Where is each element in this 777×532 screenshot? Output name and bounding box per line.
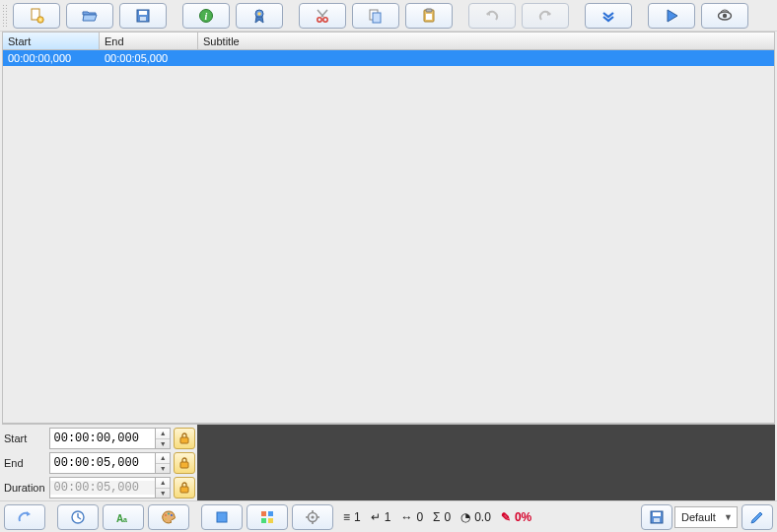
grid-header: Start End Subtitle [3,33,774,50]
start-time-input[interactable] [50,432,156,445]
sigma-icon: Σ [433,510,440,524]
duration-spinner[interactable]: ▲▼ [155,477,171,499]
column-subtitle[interactable]: Subtitle [198,33,774,49]
new-file-button[interactable] [13,3,60,29]
edit-style-button[interactable] [742,504,773,530]
end-label: End [4,457,49,469]
timing-button[interactable] [57,504,99,530]
palette-icon [161,509,177,525]
info-icon: i [198,8,214,24]
start-time-field[interactable] [49,428,157,449]
style-dropdown[interactable]: Default ▼ [674,506,738,528]
play-icon [664,8,679,24]
info-button[interactable]: i [182,3,230,29]
paste-button[interactable] [405,3,453,29]
lines-icon: ≡ [343,510,350,524]
paste-icon [421,8,437,24]
svg-point-8 [257,12,261,16]
end-time-input[interactable] [50,456,156,470]
svg-rect-40 [653,512,661,516]
timer-icon: ◔ [460,510,470,524]
table-row[interactable]: 00:00:00,000 00:00:05,000 [3,50,774,66]
ribbon-icon [251,8,267,24]
jump-button[interactable] [4,504,45,530]
lower-panel: Start ▲▼ End ▲▼ Duration ▲▼ [2,424,775,500]
duration-label: Duration [4,482,49,494]
start-spinner[interactable]: ▲▼ [155,428,171,449]
cpl-value: 1 [385,510,391,524]
colors-button[interactable] [148,504,189,530]
save-file-button[interactable] [119,3,167,29]
column-start[interactable]: Start [3,33,100,49]
end-lock-button[interactable] [174,452,195,474]
cell-end: 00:00:05,000 [100,50,198,66]
end-spinner[interactable]: ▲▼ [155,452,171,474]
svg-rect-3 [139,11,147,15]
file-new-icon [29,8,44,24]
lock-icon [178,432,190,444]
settings-button[interactable] [292,504,333,530]
bottom-bar: Aa ≡1 ↵1 ↔0 Σ0 ◔0.0 ✎0% Default ▼ [0,500,777,532]
svg-text:i: i [205,11,208,22]
chevron-down-icon: ▼ [724,512,733,522]
toolbar-grip[interactable] [2,4,8,28]
grid-button[interactable] [247,504,288,530]
svg-point-17 [723,13,727,17]
font-button[interactable]: Aa [103,504,144,530]
cut-button[interactable] [299,3,346,29]
font-icon: Aa [115,509,131,525]
redo-icon [537,8,553,24]
undo-button[interactable] [468,3,516,29]
svg-rect-32 [268,518,273,523]
box-icon [214,509,230,525]
svg-text:a: a [123,516,127,523]
open-file-button[interactable] [66,3,113,29]
lines-value: 1 [354,510,361,524]
grid-body[interactable]: 00:00:00,000 00:00:05,000 [3,50,774,423]
gear-icon [305,509,320,525]
error-value: 0% [515,510,531,524]
lock-icon [178,457,190,469]
svg-rect-18 [180,437,188,443]
svg-rect-31 [261,518,266,523]
svg-rect-20 [180,487,188,493]
copy-button[interactable] [352,3,399,29]
cell-start: 00:00:00,000 [3,50,100,66]
box-button[interactable] [201,504,243,530]
expand-icon [600,8,616,24]
svg-rect-4 [140,17,146,21]
time-panel: Start ▲▼ End ▲▼ Duration ▲▼ [2,425,197,500]
svg-point-10 [323,17,327,21]
svg-point-27 [165,517,167,519]
expand-button[interactable] [585,3,632,29]
character-button[interactable] [236,3,283,29]
svg-rect-14 [426,9,432,12]
save-icon [135,8,151,24]
redo-button[interactable] [522,3,569,29]
error-icon: ✎ [501,510,511,524]
style-selected: Default [681,511,716,523]
svg-point-34 [311,515,314,518]
start-lock-button[interactable] [174,428,195,449]
save-icon [649,509,665,525]
svg-rect-15 [426,14,432,20]
play-button[interactable] [648,3,695,29]
svg-rect-19 [180,462,188,468]
main-toolbar: i [0,0,777,32]
svg-point-26 [171,513,173,515]
save-style-button[interactable] [641,504,672,530]
video-preview[interactable] [197,425,775,500]
svg-point-9 [318,17,321,21]
duration-time-field [49,477,157,499]
svg-rect-30 [268,511,273,516]
return-icon: ↵ [371,510,381,524]
maxline-value: 0 [416,510,423,524]
svg-rect-28 [217,512,227,522]
end-time-field[interactable] [49,452,157,474]
svg-rect-41 [654,518,660,522]
column-end[interactable]: End [100,33,198,49]
duration-lock-button[interactable] [174,477,195,499]
folder-open-icon [82,8,98,24]
clock-icon [70,509,86,525]
preview-button[interactable] [701,3,748,29]
